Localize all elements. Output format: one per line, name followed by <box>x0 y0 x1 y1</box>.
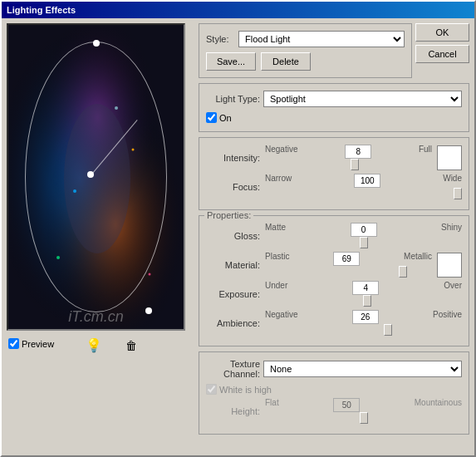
left-panel: iT.cm.cn Preview 💡 🗑 <box>7 23 194 450</box>
material-slider[interactable] <box>265 266 432 278</box>
gloss-value-input[interactable] <box>351 223 377 237</box>
focus-slider-labels: Narrow Wide <box>265 174 462 188</box>
focus-slider[interactable] <box>265 188 462 199</box>
preview-canvas: iT.cm.cn <box>8 25 184 329</box>
light-bulb-icon[interactable]: 💡 <box>86 337 102 353</box>
material-slider-container: Plastic Metallic <box>265 252 432 278</box>
style-section: Style: Flood Light Default Flashlight So… <box>199 23 412 78</box>
preview-label: Preview <box>22 339 54 349</box>
preview-image: iT.cm.cn <box>8 25 184 329</box>
height-slider-labels: Flat Mountainous <box>265 398 462 412</box>
lighting-effects-dialog: Lighting Effects <box>0 0 476 457</box>
style-row: Style: Flood Light Default Flashlight So… <box>206 31 405 47</box>
intensity-label: Intensity: <box>206 153 260 163</box>
intensity-right-label: Full <box>419 145 432 159</box>
gloss-slider-labels: Matte Shiny <box>265 223 462 237</box>
exposure-label: Exposure: <box>206 289 260 299</box>
exposure-slider-labels: Under Over <box>265 281 462 295</box>
light-handle-top[interactable] <box>93 40 100 47</box>
ambience-right-label: Positive <box>433 310 462 324</box>
material-left-label: Plastic <box>265 252 289 266</box>
ok-cancel-section: OK Cancel <box>415 23 469 63</box>
height-value-input[interactable] <box>333 398 360 412</box>
right-panel: Style: Flood Light Default Flashlight So… <box>199 23 469 450</box>
intensity-left-label: Negative <box>265 145 297 159</box>
light-type-label: Light Type: <box>206 94 260 104</box>
light-control-circle[interactable] <box>25 42 167 312</box>
gloss-slider[interactable] <box>265 237 462 248</box>
texture-section: Texture Channel: None Red Green Blue Whi… <box>199 351 469 435</box>
focus-label: Focus: <box>206 182 260 192</box>
height-slider-container: Flat Mountainous <box>265 398 462 424</box>
height-slider[interactable] <box>265 412 462 424</box>
preview-area: iT.cm.cn <box>7 23 185 331</box>
ambience-label: Ambience: <box>206 318 260 328</box>
gloss-slider-container: Matte Shiny <box>265 223 462 248</box>
light-on-row: On <box>206 112 462 123</box>
delete-button[interactable]: Delete <box>261 52 311 71</box>
gloss-row: Gloss: Matte Shiny <box>206 223 462 248</box>
ambience-slider-labels: Negative Positive <box>265 310 462 324</box>
intensity-value-input[interactable] <box>345 145 371 159</box>
exposure-slider-container: Under Over <box>265 281 462 307</box>
material-value-input[interactable] <box>333 252 360 266</box>
light-on-checkbox[interactable] <box>206 112 217 123</box>
dialog-title: Lighting Effects <box>7 5 76 15</box>
preview-checkbox[interactable] <box>8 338 19 349</box>
style-label: Style: <box>206 34 235 44</box>
gloss-right-label: Shiny <box>441 223 462 237</box>
exposure-slider[interactable] <box>265 295 462 307</box>
height-left-label: Flat <box>265 398 279 412</box>
cancel-button[interactable]: Cancel <box>415 45 469 63</box>
intensity-row: Intensity: Negative Full <box>206 145 462 170</box>
gloss-label: Gloss: <box>206 231 260 241</box>
ambience-slider-container: Negative Positive <box>265 310 462 336</box>
intensity-slider[interactable] <box>265 159 432 170</box>
focus-slider-container: Narrow Wide <box>265 174 462 199</box>
style-select[interactable]: Flood Light Default Flashlight Soft Spot… <box>238 31 405 47</box>
intensity-slider-container: Negative Full <box>265 145 432 170</box>
params-section: Intensity: Negative Full Focus: <box>199 137 469 210</box>
light-type-row: Light Type: Spotlight Omni Directional <box>206 91 462 107</box>
texture-channel-label: Texture Channel: <box>206 359 260 379</box>
intensity-color-swatch[interactable] <box>437 145 462 170</box>
focus-left-label: Narrow <box>265 174 292 188</box>
light-type-select-wrapper: Spotlight Omni Directional <box>263 91 462 107</box>
material-color-swatch[interactable] <box>437 253 462 278</box>
white-is-high-row: White is high <box>206 384 462 395</box>
title-bar: Lighting Effects <box>2 2 474 18</box>
style-inner: Style: Flood Light Default Flashlight So… <box>199 23 412 78</box>
material-slider-labels: Plastic Metallic <box>265 252 432 266</box>
ambience-left-label: Negative <box>265 310 297 324</box>
exposure-row: Exposure: Under Over <box>206 281 462 307</box>
ok-button[interactable]: OK <box>415 23 469 42</box>
gloss-left-label: Matte <box>265 223 286 237</box>
focus-right-label: Wide <box>443 174 462 188</box>
texture-channel-row: Texture Channel: None Red Green Blue <box>206 359 462 379</box>
top-section: Style: Flood Light Default Flashlight So… <box>199 23 469 78</box>
height-right-label: Mountainous <box>415 398 462 412</box>
preview-controls: Preview 💡 🗑 <box>7 334 194 356</box>
ambience-value-input[interactable] <box>352 310 379 324</box>
focus-value-input[interactable] <box>354 174 380 188</box>
delete-light-icon[interactable]: 🗑 <box>125 339 137 352</box>
save-button[interactable]: Save... <box>206 52 256 71</box>
height-row: Height: Flat Mountainous <box>206 398 462 424</box>
exposure-value-input[interactable] <box>352 281 379 295</box>
light-type-select[interactable]: Spotlight Omni Directional <box>263 91 462 107</box>
white-is-high-checkbox[interactable] <box>206 384 217 395</box>
height-label: Height: <box>206 406 260 416</box>
material-right-label: Metallic <box>404 252 432 266</box>
exposure-left-label: Under <box>265 281 287 295</box>
properties-label: Properties: <box>204 210 253 220</box>
texture-channel-select[interactable]: None Red Green Blue <box>263 361 462 377</box>
ambience-slider[interactable] <box>265 324 462 336</box>
light-type-section: Light Type: Spotlight Omni Directional O… <box>199 83 469 132</box>
svg-point-8 <box>149 273 151 276</box>
material-label: Material: <box>206 260 260 270</box>
exposure-right-label: Over <box>444 281 462 295</box>
style-select-wrapper: Flood Light Default Flashlight Soft Spot… <box>238 31 405 47</box>
focus-row: Focus: Narrow Wide <box>206 174 462 199</box>
light-handle-bottom[interactable] <box>145 307 152 314</box>
preview-checkbox-row: Preview <box>8 338 54 349</box>
